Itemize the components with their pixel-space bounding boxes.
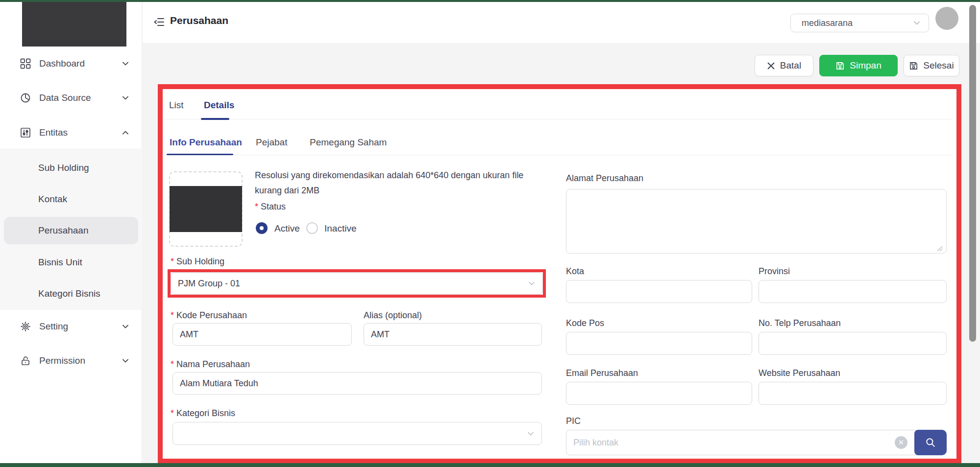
kode-pos-label: Kode Pos [566, 318, 604, 328]
submenu-label: Perusahaan [38, 225, 88, 236]
pic-search-button[interactable] [914, 430, 947, 455]
status-radio-active[interactable] [256, 222, 268, 234]
app-logo [22, 2, 126, 47]
status-inactive-label: Inactive [324, 223, 356, 234]
sub-holding-value: PJM Group - 01 [178, 279, 528, 289]
kode-perusahaan-input[interactable] [172, 323, 352, 346]
page-title: Perusahaan [170, 15, 228, 26]
website-input[interactable] [759, 382, 947, 405]
chevron-down-icon [122, 60, 129, 68]
chevron-down-icon [913, 19, 921, 27]
textarea-resize-handle[interactable] [936, 245, 943, 252]
status-radio-inactive[interactable] [306, 222, 318, 234]
no-telp-label: No. Telp Perusahaan [759, 318, 841, 328]
no-telp-input[interactable] [759, 332, 947, 355]
subtab-info-perusahaan[interactable]: Info Perusahaan [170, 137, 242, 148]
tab-list[interactable]: List [169, 100, 184, 111]
company-selector[interactable]: mediasarana [790, 14, 929, 32]
sub-holding-select[interactable]: PJM Group - 01 [171, 272, 543, 295]
vertical-scrollbar-thumb[interactable] [969, 5, 976, 342]
submenu-label: Kategori Bisnis [38, 288, 100, 299]
upload-hint-line2: kurang dari 2MB [255, 186, 319, 196]
chevron-up-icon [122, 129, 129, 137]
batal-label: Batal [780, 60, 801, 71]
pic-input[interactable] [566, 430, 947, 455]
submenu-label: Sub Holding [38, 163, 89, 173]
nama-perusahaan-label: *Nama Perusahaan [171, 359, 250, 370]
kota-input[interactable] [566, 280, 752, 303]
entitas-submenu: Sub Holding Kontak Perusahaan Bisnis Uni… [0, 148, 142, 310]
kategori-bisnis-label: *Kategori Bisnis [171, 408, 235, 419]
sidebar-item-data-source[interactable]: Data Source [0, 86, 142, 110]
upload-hint-line1: Resolusi yang direkomendasikan adalah 64… [255, 170, 523, 181]
save-icon [909, 61, 918, 70]
pic-label: PIC [566, 416, 581, 426]
screenshot-frame-top [0, 0, 980, 2]
selesai-button[interactable]: Selesai [904, 55, 959, 76]
sidebar-item-perusahaan[interactable]: Perusahaan [4, 217, 138, 244]
alamat-label: Alamat Perusahaan [566, 173, 643, 184]
kode-perusahaan-label: *Kode Perusahaan [171, 310, 247, 321]
kategori-bisnis-select[interactable] [172, 422, 542, 445]
lock-icon [20, 355, 31, 367]
sidebar-item-sub-holding[interactable]: Sub Holding [4, 154, 138, 182]
submenu-label: Kontak [38, 194, 67, 205]
pic-field-group: ✕ [566, 430, 947, 455]
subtab-pejabat[interactable]: Pejabat [256, 137, 287, 148]
tab-divider [165, 119, 953, 119]
sidebar-item-dashboard[interactable]: Dashboard [0, 52, 142, 75]
dashboard-grid-icon [20, 58, 31, 70]
company-logo-image [170, 186, 242, 232]
simpan-button[interactable]: Simpan [819, 55, 898, 76]
tab-details[interactable]: Details [204, 100, 234, 111]
email-label: Email Perusahaan [566, 368, 638, 378]
active-tab-underline [201, 118, 229, 120]
active-subtab-underline [167, 154, 233, 155]
clear-icon[interactable]: ✕ [895, 436, 907, 449]
pie-chart-icon [20, 92, 31, 104]
simpan-label: Simpan [850, 60, 881, 71]
selesai-label: Selesai [923, 60, 954, 71]
sidebar-item-label: Data Source [39, 93, 122, 103]
chevron-down-icon [527, 430, 535, 438]
subtab-divider [165, 155, 953, 155]
sidebar-item-label: Setting [39, 321, 122, 332]
provinsi-input[interactable] [759, 280, 947, 303]
sidebar-item-label: Dashboard [39, 58, 122, 69]
chevron-down-icon [528, 280, 536, 287]
chevron-down-icon [122, 323, 129, 330]
alamat-textarea[interactable] [566, 189, 947, 254]
status-active-label: Active [274, 223, 300, 234]
sidebar-item-kategori-bisnis[interactable]: Kategori Bisnis [4, 280, 138, 307]
alias-input[interactable] [364, 323, 542, 346]
kode-pos-input[interactable] [566, 332, 752, 355]
gear-icon [20, 321, 31, 332]
close-icon [767, 62, 775, 70]
chevron-down-icon [122, 357, 129, 365]
batal-button[interactable]: Batal [755, 55, 813, 76]
top-header: Perusahaan mediasarana [143, 2, 980, 44]
logo-upload-dropzone[interactable] [169, 171, 243, 247]
sidebar-item-permission[interactable]: Permission [0, 349, 142, 373]
annotation-rectangle-sub-holding: PJM Group - 01 [168, 269, 546, 298]
nama-perusahaan-input[interactable] [172, 372, 542, 395]
alias-label: Alias (optional) [364, 310, 422, 321]
email-input[interactable] [566, 382, 752, 405]
sidebar-item-entitas[interactable]: Entitas [0, 121, 142, 144]
company-selector-value: mediasarana [802, 18, 913, 28]
provinsi-label: Provinsi [759, 266, 790, 277]
sub-holding-label: *Sub Holding [171, 257, 224, 267]
subtab-pemegang-saham[interactable]: Pemegang Saham [310, 137, 387, 148]
sidebar-item-kontak[interactable]: Kontak [4, 186, 138, 213]
menu-fold-icon[interactable] [153, 16, 165, 28]
sidebar-item-label: Permission [39, 355, 122, 366]
kota-label: Kota [566, 266, 584, 277]
website-label: Website Perusahaan [759, 368, 840, 378]
status-label: *Status [255, 202, 286, 212]
sidebar: Dashboard Data Source Entitas Sub Holdin… [0, 2, 142, 463]
details-card: List Details Info Perusahaan Pejabat Pem… [163, 89, 956, 459]
screenshot-frame-bottom [0, 463, 980, 467]
sidebar-item-bisnis-unit[interactable]: Bisnis Unit [4, 249, 138, 276]
sidebar-item-setting[interactable]: Setting [0, 315, 142, 338]
user-avatar[interactable] [935, 7, 958, 30]
